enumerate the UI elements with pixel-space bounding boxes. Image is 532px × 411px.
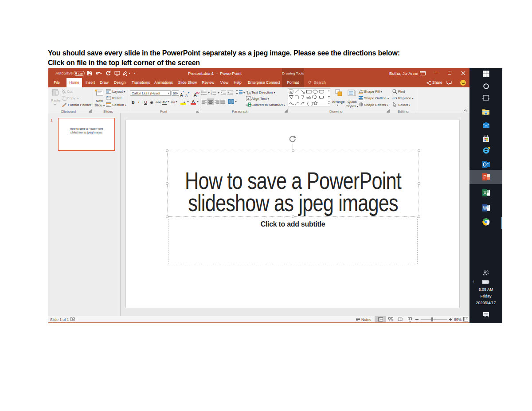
svg-text:3: 3 xyxy=(211,94,212,95)
svg-text:P: P xyxy=(483,174,486,180)
svg-text:W: W xyxy=(483,206,487,211)
svg-text:A: A xyxy=(290,90,292,94)
svg-text:A: A xyxy=(247,97,250,101)
svg-text:A: A xyxy=(248,91,251,95)
svg-text:X: X xyxy=(483,190,487,196)
